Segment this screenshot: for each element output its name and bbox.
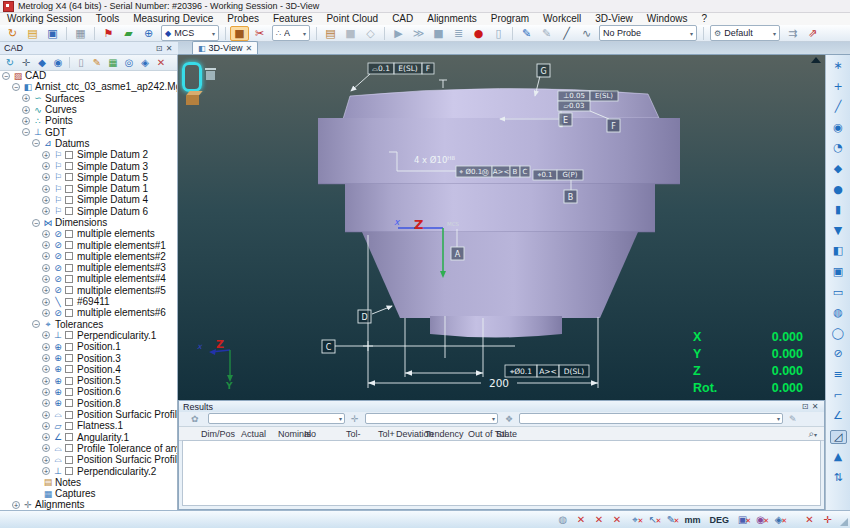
- alignment-status-icon[interactable]: ✛: [821, 513, 834, 526]
- results-table-body[interactable]: [182, 440, 821, 506]
- chevron-down-icon[interactable]: ▾: [303, 30, 306, 37]
- grid-icon[interactable]: ▦: [106, 56, 120, 69]
- tree-expander-icon[interactable]: +: [22, 94, 30, 102]
- pyramid-icon[interactable]: ▲: [830, 450, 847, 464]
- tree-item-checkbox[interactable]: [65, 309, 73, 317]
- view-cube-button[interactable]: ■: [230, 26, 249, 41]
- tree-expander-icon[interactable]: +: [42, 309, 50, 317]
- tree-item-surfaces[interactable]: +∽Surfaces: [0, 93, 177, 104]
- tree-expander-icon[interactable]: +: [42, 456, 50, 464]
- tree-item-datums[interactable]: −⊿Datums: [0, 138, 177, 149]
- tree-item-checkbox[interactable]: [65, 467, 73, 475]
- tree-item-alignments[interactable]: +✛Alignments: [0, 499, 177, 510]
- tree-item-checkbox[interactable]: [65, 411, 73, 419]
- tree-item-multiple-elements-2[interactable]: +⊘multiple elements#2: [0, 251, 177, 262]
- step-program-icon[interactable]: ≫: [409, 26, 428, 41]
- menu-program[interactable]: Program: [484, 13, 536, 25]
- feature-filter-select[interactable]: ▾: [208, 413, 345, 424]
- collision-status-icon[interactable]: ✕: [803, 513, 816, 526]
- tree-item-flatness-1[interactable]: +▱Flatness.1: [0, 420, 177, 431]
- edit-icon[interactable]: ✎: [90, 56, 104, 69]
- chevron-down-icon[interactable]: ▾: [492, 415, 495, 422]
- refresh-view-icon[interactable]: ↻: [3, 56, 17, 69]
- tree-item-perpendicularity-2[interactable]: +⊥Perpendicularity.2: [0, 465, 177, 476]
- step-icon[interactable]: ⌐: [830, 389, 847, 403]
- program-doc-icon[interactable]: ▯: [489, 26, 508, 41]
- chevron-down-icon[interactable]: ▾: [339, 415, 342, 422]
- menu-workcell[interactable]: Workcell: [536, 13, 588, 25]
- viewport-3d-canvas[interactable]: x Z MCS x Z Y 4 x Ø10H8 200 ⌓0.1E(SL)F⊥0…: [178, 55, 825, 400]
- tree-expander-icon[interactable]: +: [42, 173, 50, 181]
- tree-expander-icon[interactable]: +: [22, 117, 30, 125]
- flag-icon[interactable]: ⚑: [99, 26, 118, 41]
- tree-item-multiple-elements[interactable]: +⊘multiple elements: [0, 228, 177, 239]
- tree-expander-icon[interactable]: +: [42, 399, 50, 407]
- report-palette-icon[interactable]: ▰: [119, 26, 138, 41]
- session-settings-icon[interactable]: ↻: [3, 26, 22, 41]
- pin-icon[interactable]: ⊡: [154, 44, 164, 53]
- tree-item-simple-datum-2[interactable]: +⚐Simple Datum 2: [0, 149, 177, 160]
- tree-item-arnist-ctc-03-asme1-ap242-mgpar[interactable]: −◧Arnist_ctc_03_asme1_ap242.MgPar: [0, 81, 177, 92]
- tree-item-checkbox[interactable]: [65, 151, 73, 159]
- tree-expander-icon[interactable]: +: [42, 241, 50, 249]
- mcs-compass-icon[interactable]: ⊕: [139, 26, 158, 41]
- tree-expander-icon[interactable]: +: [42, 331, 50, 339]
- menu-item[interactable]: ?: [694, 13, 714, 25]
- tree-item-position-4[interactable]: +⊕Position.4: [0, 364, 177, 375]
- tree-expander-icon[interactable]: +: [42, 151, 50, 159]
- column-header-actual[interactable]: Actual: [241, 429, 266, 439]
- tree-expander-icon[interactable]: +: [42, 388, 50, 396]
- import-cad-icon[interactable]: ◆: [35, 56, 49, 69]
- machine-axes-offline-icon[interactable]: ↖✕: [646, 513, 659, 526]
- scanner-offline-icon[interactable]: ◉✕: [754, 513, 767, 526]
- construct-point-icon[interactable]: +: [830, 80, 847, 94]
- circle-icon[interactable]: ◉: [830, 121, 847, 135]
- tree-item-cad[interactable]: −▨CAD: [0, 70, 177, 81]
- tree-item-checkbox[interactable]: [65, 422, 73, 430]
- probe-angle-icon[interactable]: ∿: [577, 26, 596, 41]
- angle-icon[interactable]: ∠: [830, 409, 847, 423]
- menu-3d-view[interactable]: 3D-View: [588, 13, 640, 25]
- tree-item-simple-datum-5[interactable]: +⚐Simple Datum 5: [0, 172, 177, 183]
- tree-item-position-surfacic-profile-1[interactable]: +⌓Position Surfacic Profile.1: [0, 454, 177, 465]
- triangle-icon[interactable]: ◿: [830, 430, 847, 444]
- tree-item-profile-tolerance-of-any-su[interactable]: +⌓Profile Tolerance of any Su: [0, 443, 177, 454]
- menu-working-session[interactable]: Working Session: [0, 13, 89, 25]
- polygon-icon[interactable]: ◍: [830, 306, 847, 320]
- tree-expander-icon[interactable]: +: [42, 444, 50, 452]
- open-session-icon[interactable]: ▤: [23, 26, 42, 41]
- tree-item-position-3[interactable]: +⊕Position.3: [0, 352, 177, 363]
- menu-probes[interactable]: Probes: [220, 13, 266, 25]
- menu-windows[interactable]: Windows: [640, 13, 695, 25]
- tree-item-checkbox[interactable]: [65, 343, 73, 351]
- tree-expander-icon[interactable]: +: [42, 433, 50, 441]
- slot-icon[interactable]: ▭: [830, 286, 847, 300]
- tree-expander-icon[interactable]: +: [42, 207, 50, 215]
- menu-cad[interactable]: CAD: [385, 13, 420, 25]
- compare-icon[interactable]: ⇅: [830, 471, 847, 485]
- column-header-tol[interactable]: Tol-: [346, 429, 361, 439]
- tree-item-checkbox[interactable]: [65, 365, 73, 373]
- tree-item-multiple-elements-4[interactable]: +⊘multiple elements#4: [0, 273, 177, 284]
- tree-item-checkbox[interactable]: [65, 207, 73, 215]
- run-program-icon[interactable]: ▶: [389, 26, 408, 41]
- resize-grip[interactable]: [840, 518, 848, 526]
- tree-item-checkbox[interactable]: [65, 286, 73, 294]
- network-status-icon[interactable]: ◍: [556, 513, 569, 526]
- tree-item-checkbox[interactable]: [65, 399, 73, 407]
- tree-expander-icon[interactable]: +: [42, 275, 50, 283]
- menu-features[interactable]: Features: [266, 13, 319, 25]
- tree-item-dimensions[interactable]: −⋈Dimensions: [0, 217, 177, 228]
- column-header-iso[interactable]: Iso: [304, 429, 316, 439]
- tree-expander-icon[interactable]: +: [42, 196, 50, 204]
- tree-expander-icon[interactable]: −: [22, 128, 30, 136]
- export-icon[interactable]: ◇: [361, 26, 380, 41]
- tree-item-tolerances[interactable]: −⌖Tolerances: [0, 319, 177, 330]
- menu-point-cloud[interactable]: Point Cloud: [319, 13, 385, 25]
- tree-item-checkbox[interactable]: [65, 275, 73, 283]
- column-header-state[interactable]: State: [496, 429, 517, 439]
- tree-expander-icon[interactable]: +: [42, 467, 50, 475]
- device-3-offline-icon[interactable]: ✕: [610, 513, 623, 526]
- tree-item-checkbox[interactable]: [65, 444, 73, 452]
- tree-expander-icon[interactable]: −: [32, 320, 40, 328]
